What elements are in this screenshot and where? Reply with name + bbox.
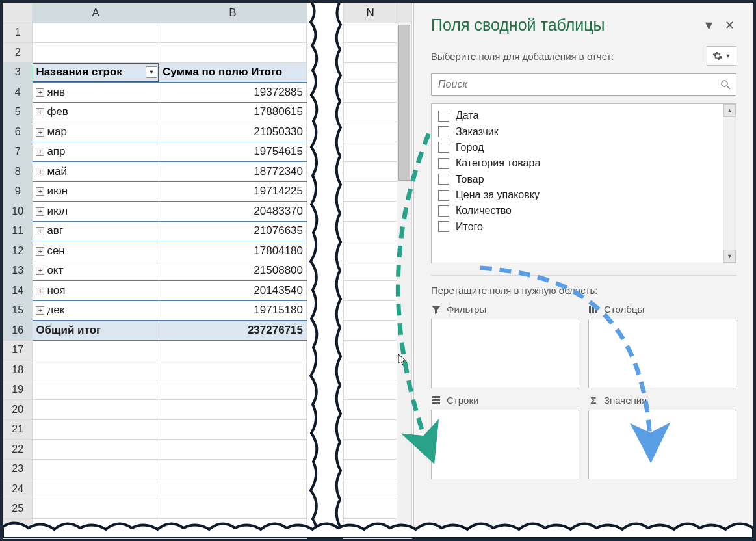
row-header[interactable]: 19 bbox=[3, 380, 33, 400]
close-icon[interactable]: ✕ bbox=[722, 18, 736, 33]
pivot-values-header[interactable]: Сумма по полю Итого bbox=[159, 62, 306, 83]
expand-button[interactable]: + bbox=[36, 227, 44, 235]
checkbox[interactable] bbox=[438, 174, 449, 185]
column-header-n[interactable]: N bbox=[344, 3, 397, 23]
cell[interactable] bbox=[344, 181, 397, 202]
scroll-up-button[interactable]: ▲ bbox=[723, 104, 736, 117]
cell[interactable] bbox=[344, 479, 397, 499]
cell[interactable] bbox=[344, 281, 397, 301]
cell[interactable] bbox=[33, 23, 159, 43]
cell[interactable] bbox=[33, 380, 159, 400]
pivot-grand-total-value[interactable]: 237276715 bbox=[159, 321, 306, 341]
cell[interactable] bbox=[33, 360, 159, 380]
cell[interactable] bbox=[344, 300, 397, 321]
drop-zone-rows[interactable]: Строки bbox=[431, 395, 579, 479]
checkbox[interactable] bbox=[438, 111, 449, 122]
row-header[interactable]: 14 bbox=[3, 281, 33, 301]
vertical-scrollbar[interactable] bbox=[397, 23, 412, 538]
column-header-b[interactable]: B bbox=[159, 3, 306, 23]
pivot-value-cell[interactable]: 21076635 bbox=[159, 221, 306, 241]
cell[interactable] bbox=[159, 419, 306, 440]
cell[interactable] bbox=[344, 23, 397, 43]
row-header[interactable]: 2 bbox=[3, 43, 33, 63]
cell[interactable] bbox=[344, 122, 397, 142]
cell[interactable] bbox=[33, 440, 159, 460]
row-header[interactable]: 22 bbox=[3, 440, 33, 460]
cell[interactable] bbox=[159, 459, 306, 479]
expand-button[interactable]: + bbox=[36, 287, 44, 295]
cell[interactable] bbox=[344, 519, 397, 539]
cell[interactable] bbox=[344, 102, 397, 122]
expand-button[interactable]: + bbox=[36, 128, 44, 137]
row-header[interactable]: 20 bbox=[3, 400, 33, 420]
search-input[interactable] bbox=[431, 73, 736, 96]
expand-button[interactable]: + bbox=[36, 168, 44, 176]
cell[interactable] bbox=[33, 519, 159, 539]
row-header[interactable]: 9 bbox=[3, 181, 33, 202]
row-header[interactable]: 7 bbox=[3, 142, 33, 162]
cell[interactable] bbox=[159, 479, 306, 499]
row-header[interactable]: 4 bbox=[3, 83, 33, 103]
expand-button[interactable]: + bbox=[36, 148, 44, 156]
cell[interactable] bbox=[159, 380, 306, 400]
cell[interactable] bbox=[33, 419, 159, 440]
cell[interactable] bbox=[344, 83, 397, 103]
cell[interactable] bbox=[344, 440, 397, 460]
pivot-row-label[interactable]: +июн bbox=[33, 181, 159, 202]
cell[interactable] bbox=[344, 162, 397, 182]
row-header[interactable]: 23 bbox=[3, 459, 33, 479]
pivot-row-labels-header[interactable]: Названия строк▼ bbox=[33, 62, 159, 83]
field-item[interactable]: Категория товара bbox=[434, 155, 720, 171]
row-header[interactable]: 10 bbox=[3, 202, 33, 222]
cell[interactable] bbox=[159, 440, 306, 460]
cell[interactable] bbox=[344, 340, 397, 360]
cell[interactable] bbox=[33, 400, 159, 420]
expand-button[interactable]: + bbox=[36, 247, 44, 256]
checkbox[interactable] bbox=[438, 205, 449, 217]
row-header[interactable]: 16 bbox=[3, 321, 33, 341]
cell[interactable] bbox=[344, 142, 397, 162]
drop-zone-columns[interactable]: Столбцы bbox=[588, 304, 736, 388]
pivot-value-cell[interactable]: 19715180 bbox=[159, 300, 306, 321]
pivot-value-cell[interactable]: 17880615 bbox=[159, 102, 306, 122]
cell[interactable] bbox=[33, 479, 159, 499]
cell[interactable] bbox=[344, 400, 397, 420]
row-header[interactable]: 13 bbox=[3, 261, 33, 281]
expand-button[interactable]: + bbox=[36, 306, 44, 315]
row-header[interactable]: 25 bbox=[3, 499, 33, 519]
cell[interactable] bbox=[344, 380, 397, 400]
cell[interactable] bbox=[159, 519, 306, 539]
field-item[interactable]: Заказчик bbox=[434, 124, 720, 139]
field-item[interactable]: Цена за упаковку bbox=[434, 187, 720, 203]
checkbox[interactable] bbox=[438, 142, 449, 153]
pivot-value-cell[interactable]: 20143540 bbox=[159, 281, 306, 301]
pivot-value-cell[interactable]: 19714225 bbox=[159, 181, 306, 202]
pivot-value-cell[interactable]: 21050330 bbox=[159, 122, 306, 142]
cell[interactable] bbox=[344, 62, 397, 83]
field-list-scrollbar[interactable]: ▲ ▼ bbox=[723, 104, 736, 263]
cell[interactable] bbox=[33, 340, 159, 360]
checkbox[interactable] bbox=[438, 190, 449, 201]
cell[interactable] bbox=[159, 400, 306, 420]
field-item[interactable]: Город bbox=[434, 140, 720, 155]
cell[interactable] bbox=[33, 459, 159, 479]
cell[interactable] bbox=[344, 202, 397, 222]
drop-zone-filters[interactable]: Фильтры bbox=[431, 304, 579, 388]
cell[interactable] bbox=[33, 499, 159, 519]
cell[interactable] bbox=[159, 360, 306, 380]
pivot-row-label[interactable]: +сен bbox=[33, 241, 159, 261]
filter-dropdown-button[interactable]: ▼ bbox=[146, 66, 157, 78]
cell[interactable] bbox=[344, 499, 397, 519]
cell[interactable] bbox=[344, 321, 397, 341]
cell[interactable] bbox=[344, 221, 397, 241]
field-item[interactable]: Количество bbox=[434, 203, 720, 218]
field-item[interactable]: Товар bbox=[434, 172, 720, 187]
cell[interactable] bbox=[159, 340, 306, 360]
row-header[interactable]: 1 bbox=[3, 23, 33, 43]
cell[interactable] bbox=[344, 43, 397, 63]
drop-zone-values[interactable]: Σ Значения bbox=[588, 395, 736, 479]
pivot-grand-total-label[interactable]: Общий итог bbox=[33, 321, 159, 341]
pivot-value-cell[interactable]: 17804180 bbox=[159, 241, 306, 261]
pivot-row-label[interactable]: +окт bbox=[33, 261, 159, 281]
field-list[interactable]: ДатаЗаказчикГородКатегория товараТоварЦе… bbox=[432, 104, 723, 263]
